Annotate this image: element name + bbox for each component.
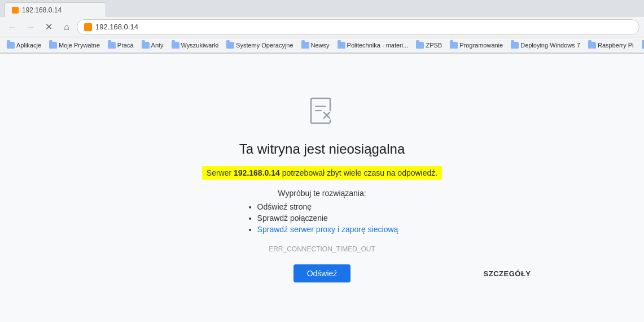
error-highlight: Serwer 192.168.0.14 potrzebował zbyt wie… [202, 166, 442, 180]
bookmark-label: Praca [117, 42, 134, 49]
bookmark-label: Aplikacje [16, 42, 41, 49]
bookmark-label: Systemy Operacyjne [236, 42, 293, 49]
bookmark-moje-prywatne[interactable]: Moje Prywatne [46, 41, 103, 50]
folder-icon [588, 42, 596, 49]
error-code: ERR_CONNECTION_TIMED_OUT [269, 245, 375, 253]
details-link[interactable]: SZCZEGÓŁY [484, 269, 531, 278]
active-tab[interactable]: 192.168.0.14 [5, 2, 106, 17]
suggestion-proxy[interactable]: Sprawdź serwer proxy i zaporę sieciową [257, 225, 398, 234]
reload-button[interactable]: ✕ [41, 19, 56, 35]
folder-icon [416, 42, 424, 49]
nav-bar: ← → ✕ ⌂ 192.168.0.14 [0, 17, 644, 37]
error-suggestions: Wypróbuj te rozwiązania: [278, 189, 366, 198]
bookmark-label: Politechnika - materi... [347, 42, 409, 49]
tab-favicon [12, 7, 19, 14]
page-content: Ta witryna jest nieosiągalna Serwer 192.… [0, 54, 644, 322]
folder-icon [450, 42, 458, 49]
bookmark-praca[interactable]: Praca [104, 41, 137, 50]
bookmark-politechnika[interactable]: Politechnika - materi... [334, 41, 412, 50]
error-title: Ta witryna jest nieosiągalna [239, 141, 405, 157]
bookmark-label: ZPSB [426, 42, 442, 49]
error-actions: Odświeź SZCZEGÓŁY [181, 264, 463, 282]
error-icon [305, 94, 339, 130]
folder-icon [642, 42, 644, 49]
bookmark-anty[interactable]: Anty [138, 41, 167, 50]
folder-icon [108, 42, 116, 49]
bookmark-label: Wyszukiwarki [181, 42, 219, 49]
forward-button[interactable]: → [23, 19, 38, 35]
bookmark-aplikacje[interactable]: Aplikacje [3, 41, 45, 50]
bookmark-zpsb[interactable]: ZPSB [413, 41, 445, 50]
bookmark-label: Deploying Windows 7 [520, 42, 580, 49]
bookmark-label: Moje Prywatne [59, 42, 100, 49]
home-button[interactable]: ⌂ [59, 19, 75, 35]
bookmark-label: Raspberry Pi [598, 42, 634, 49]
tab-bar: 192.168.0.14 [0, 0, 644, 17]
browser-chrome: 192.168.0.14 ← → ✕ ⌂ 192.168.0.14 Aplika… [0, 0, 644, 54]
error-list: Odświeź stronę Sprawdź połączenie Sprawd… [246, 202, 398, 236]
highlight-ip: 192.168.0.14 [234, 168, 280, 177]
bookmarks-bar: Aplikacje Moje Prywatne Praca Anty Wyszu… [0, 37, 644, 53]
folder-icon [338, 42, 345, 49]
bookmark-programowanie[interactable]: Programowanie [446, 41, 506, 50]
highlight-text: Serwer [207, 168, 234, 177]
folder-icon [142, 42, 150, 49]
folder-icon [511, 42, 519, 49]
tab-title: 192.168.0.14 [22, 6, 99, 14]
suggestion-connection: Sprawdź połączenie [257, 214, 398, 223]
back-button[interactable]: ← [5, 19, 20, 35]
folder-icon [301, 42, 309, 49]
bookmark-deploying[interactable]: Deploying Windows 7 [507, 41, 584, 50]
bookmark-label: Anty [151, 42, 164, 49]
folder-icon [226, 42, 234, 49]
address-bar[interactable]: 192.168.0.14 [77, 19, 639, 35]
bookmark-wyszukiwarki[interactable]: Wyszukiwarki [168, 41, 222, 50]
folder-icon [172, 42, 179, 49]
bookmark-raspberry[interactable]: Raspberry Pi [585, 41, 637, 50]
folder-icon [49, 42, 57, 49]
address-text: 192.168.0.14 [95, 23, 138, 31]
address-favicon [84, 23, 92, 31]
bookmark-label: Newsy [311, 42, 330, 49]
highlight-suffix: potrzebował zbyt wiele czasu na odpowied… [280, 168, 437, 177]
bookmark-newsy[interactable]: Newsy [298, 41, 333, 50]
bookmark-label: Programowanie [459, 42, 503, 49]
proxy-link[interactable]: Sprawdź serwer proxy i zaporę sieciową [257, 225, 398, 234]
bookmark-sieci[interactable]: Sieci [638, 41, 644, 50]
suggestion-refresh: Odświeź stronę [257, 202, 398, 211]
bookmark-systemy[interactable]: Systemy Operacyjne [223, 41, 296, 50]
reload-page-button[interactable]: Odświeź [293, 264, 351, 282]
folder-icon [7, 42, 15, 49]
